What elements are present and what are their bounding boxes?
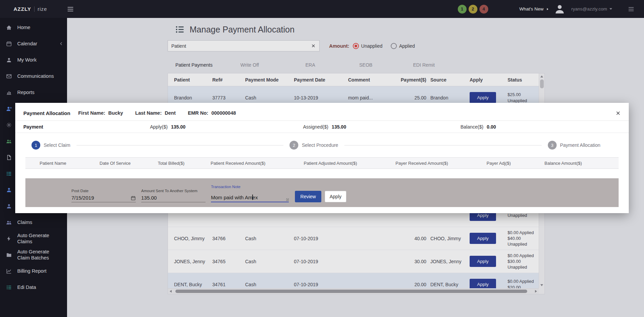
transaction-note-input[interactable]: Mom paid with Amex [211, 193, 289, 202]
patient-info-field: Last Name: Dent [135, 110, 175, 116]
modal-patient-info: First Name: Bucky Last Name: Dent EMR No… [78, 110, 248, 116]
step-label: Select Claim [44, 142, 70, 148]
step-connector [344, 145, 542, 145]
step-number-badge: 2 [289, 141, 298, 150]
summary-item: Apply($) 135.00 [150, 124, 303, 130]
post-date-input[interactable]: 7/15/2019 [71, 195, 136, 202]
stepper-step[interactable]: 3 Payment Allocation [548, 141, 613, 150]
calendar-icon[interactable] [131, 196, 136, 201]
payment-section-label: Payment [23, 124, 150, 130]
patient-info-value: 000000048 [211, 110, 236, 116]
modal-apply-button[interactable]: Apply [325, 191, 346, 202]
modal-header: Payment Allocation First Name: Bucky Las… [15, 103, 629, 121]
transaction-note-value: Mom paid with Amex [211, 195, 258, 200]
summary-item: Assigned($) 135.00 [303, 124, 460, 130]
review-button[interactable]: Review [295, 191, 321, 202]
patient-info-value: Dent [165, 110, 176, 116]
summary-item-label: Apply($) [150, 124, 168, 130]
patient-info-field: First Name: Bucky [78, 110, 123, 116]
amount-sent-input[interactable]: 135.00 [141, 195, 206, 202]
summary-item-value: 0.00 [487, 124, 496, 130]
patient-info-label: EMR No: [188, 110, 208, 116]
summary-item-value: 135.00 [171, 124, 186, 130]
col-date-of-service: Date Of Service [95, 161, 154, 166]
amount-sent-value: 135.00 [141, 195, 157, 201]
patient-info-field: EMR No: 000000048 [188, 110, 236, 116]
payment-allocation-modal: Payment Allocation First Name: Bucky Las… [15, 103, 629, 213]
post-date-field: Post Date 7/15/2019 [71, 183, 136, 202]
close-icon[interactable] [616, 111, 621, 116]
step-number-badge: 1 [31, 141, 40, 150]
step-connector [77, 145, 284, 145]
claims-table-header: Patient Name Date Of Service Total Bille… [25, 157, 619, 169]
col-balance-amount: Balance Amount($) [540, 161, 619, 166]
modal-payment-summary: Payment Apply($) 135.00 Assigned($) 135.… [15, 121, 629, 133]
text-cursor [252, 195, 253, 200]
resize-handle-icon[interactable] [286, 198, 289, 201]
stepper-step[interactable]: 2 Select Procedure [289, 141, 548, 150]
col-payer-adj: Payer Adj($) [482, 161, 540, 166]
allocation-form-panel: Post Date 7/15/2019 Amount Sent To Anoth… [25, 178, 619, 207]
stepper-step[interactable]: 1 Select Claim [31, 141, 289, 150]
amount-sent-label: Amount Sent To Another System [141, 189, 206, 193]
patient-info-label: Last Name: [135, 110, 162, 116]
col-patient-received: Patient Received Amount($) [207, 161, 300, 166]
summary-item-label: Assigned($) [303, 124, 328, 130]
col-payer-received: Payer Received Amount($) [391, 161, 482, 166]
col-patient-adjusted: Patient Adjusted Amount($) [300, 161, 391, 166]
step-label: Payment Allocation [560, 142, 600, 148]
summary-item: Balance($) 0.00 [460, 124, 496, 130]
post-date-label: Post Date [71, 189, 136, 193]
wizard-stepper: 1 Select Claim 2 Select Procedure 3 Paym… [15, 133, 629, 157]
claims-table-body [15, 169, 629, 178]
post-date-value: 7/15/2019 [71, 195, 94, 201]
summary-item-label: Balance($) [460, 124, 484, 130]
transaction-note-label: Transaction Note [211, 185, 289, 189]
step-number-badge: 3 [548, 141, 557, 150]
transaction-note-field: Transaction Note Mom paid with Amex [211, 180, 289, 202]
step-label: Select Procedure [302, 142, 338, 148]
payment-summary-values: Apply($) 135.00 Assigned($) 135.00 Balan… [150, 124, 621, 130]
amount-sent-field: Amount Sent To Another System 135.00 [141, 183, 206, 202]
col-total-billed: Total Billed($) [154, 161, 207, 166]
col-patient-name: Patient Name [36, 161, 95, 166]
patient-info-value: Bucky [108, 110, 123, 116]
patient-info-label: First Name: [78, 110, 105, 116]
summary-item-value: 135.00 [332, 124, 346, 130]
modal-title: Payment Allocation [23, 110, 78, 116]
